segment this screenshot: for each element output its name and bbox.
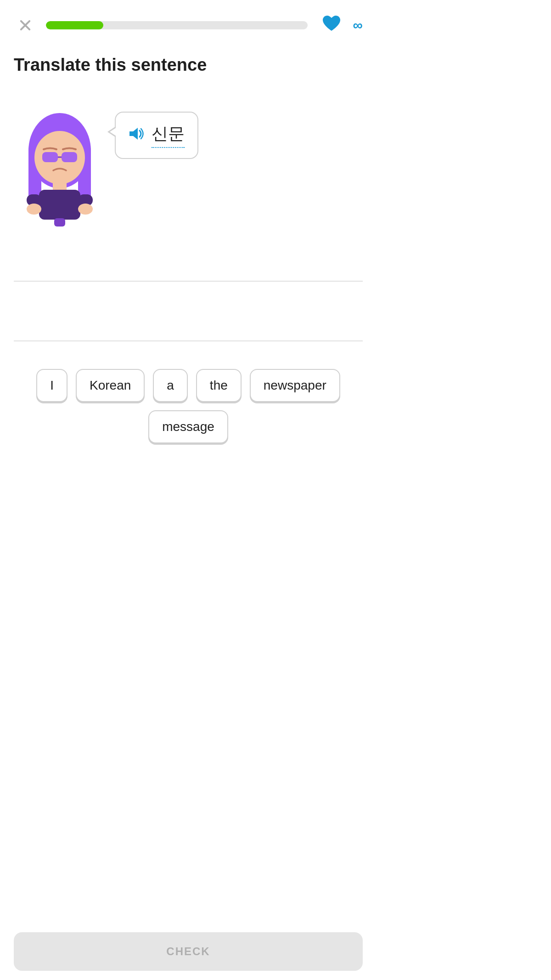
character-section: 신문	[0, 89, 377, 227]
svg-rect-10	[42, 152, 58, 162]
svg-rect-4	[39, 190, 80, 220]
svg-point-8	[78, 204, 93, 215]
svg-marker-14	[129, 128, 138, 140]
character-illustration	[14, 98, 106, 227]
svg-rect-13	[54, 218, 65, 227]
progress-bar	[46, 21, 308, 29]
speaker-icon	[129, 127, 145, 144]
word-bank-row-1: I Korean a the newspaper	[14, 369, 363, 402]
svg-point-7	[27, 204, 41, 215]
word-bank-row-2: message	[14, 410, 363, 443]
check-button-container: CHECK	[0, 923, 377, 980]
word-chip-newspaper[interactable]: newspaper	[250, 369, 340, 402]
answer-area	[0, 249, 377, 341]
word-chip-Korean[interactable]: Korean	[76, 369, 145, 402]
svg-rect-11	[62, 152, 77, 162]
word-chip-a[interactable]: a	[153, 369, 188, 402]
speech-bubble[interactable]: 신문	[115, 112, 198, 159]
header: ∞	[0, 0, 377, 46]
answer-line-2	[14, 309, 363, 341]
infinity-icon: ∞	[353, 17, 363, 33]
heart-icon	[321, 14, 342, 37]
word-bank: I Korean a the newspaper message	[0, 341, 377, 465]
word-chip-message[interactable]: message	[148, 410, 228, 443]
korean-word: 신문	[152, 123, 185, 148]
progress-bar-fill	[46, 21, 103, 29]
answer-line-1	[14, 249, 363, 282]
title-section: Translate this sentence	[0, 46, 377, 89]
word-chip-the[interactable]: the	[196, 369, 242, 402]
check-button[interactable]: CHECK	[14, 932, 363, 971]
page-title: Translate this sentence	[14, 55, 363, 75]
close-button[interactable]	[14, 14, 37, 37]
word-chip-I[interactable]: I	[36, 369, 67, 402]
